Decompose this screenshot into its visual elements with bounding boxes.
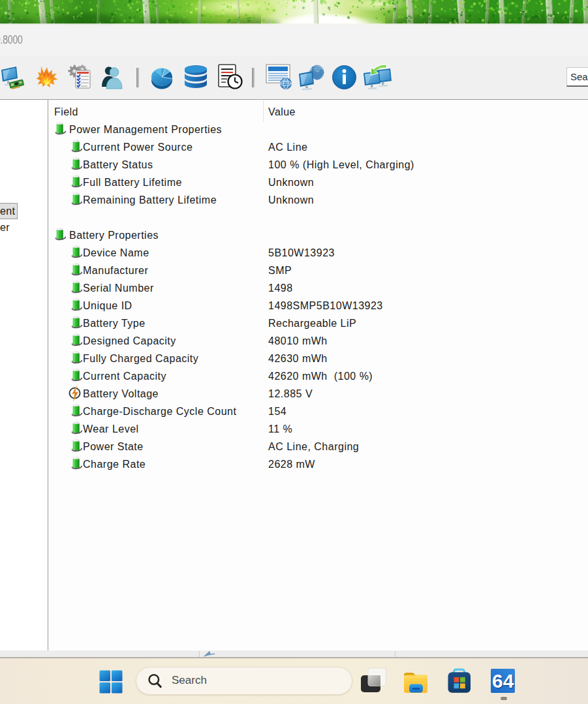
svg-text:64: 64	[492, 670, 514, 692]
